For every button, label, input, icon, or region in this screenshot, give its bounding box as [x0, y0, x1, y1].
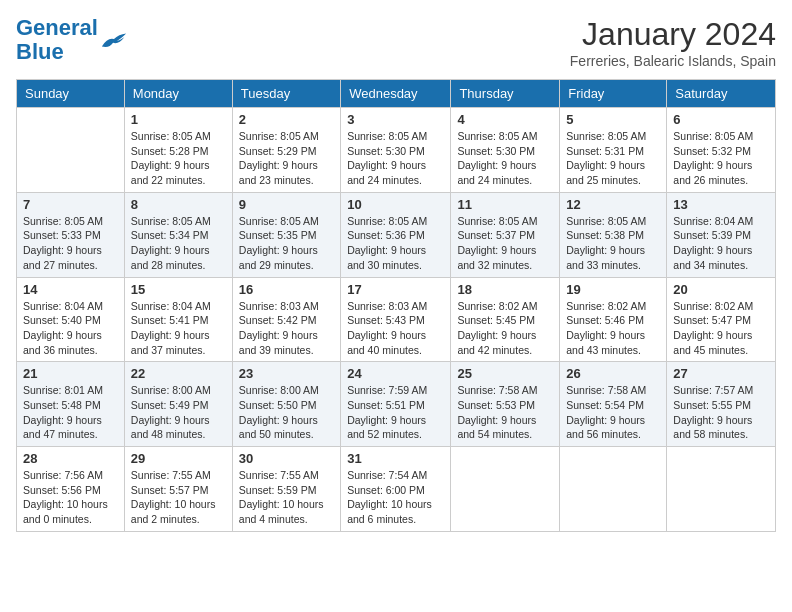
day-number: 19	[566, 282, 660, 297]
cell-info: Sunrise: 8:05 AMSunset: 5:28 PMDaylight:…	[131, 130, 211, 186]
day-number: 9	[239, 197, 334, 212]
cell-info: Sunrise: 8:05 AMSunset: 5:31 PMDaylight:…	[566, 130, 646, 186]
calendar-table: SundayMondayTuesdayWednesdayThursdayFrid…	[16, 79, 776, 532]
calendar-cell: 6 Sunrise: 8:05 AMSunset: 5:32 PMDayligh…	[667, 108, 776, 193]
header-wednesday: Wednesday	[341, 80, 451, 108]
calendar-cell: 4 Sunrise: 8:05 AMSunset: 5:30 PMDayligh…	[451, 108, 560, 193]
month-title: January 2024	[570, 16, 776, 53]
calendar-cell: 15 Sunrise: 8:04 AMSunset: 5:41 PMDaylig…	[124, 277, 232, 362]
calendar-cell	[667, 447, 776, 532]
day-number: 24	[347, 366, 444, 381]
cell-info: Sunrise: 8:00 AMSunset: 5:50 PMDaylight:…	[239, 384, 319, 440]
calendar-cell: 11 Sunrise: 8:05 AMSunset: 5:37 PMDaylig…	[451, 192, 560, 277]
page-header: General Blue January 2024 Ferreries, Bal…	[16, 16, 776, 69]
day-number: 3	[347, 112, 444, 127]
calendar-cell: 16 Sunrise: 8:03 AMSunset: 5:42 PMDaylig…	[232, 277, 340, 362]
cell-info: Sunrise: 8:02 AMSunset: 5:45 PMDaylight:…	[457, 300, 537, 356]
header-monday: Monday	[124, 80, 232, 108]
cell-info: Sunrise: 8:04 AMSunset: 5:41 PMDaylight:…	[131, 300, 211, 356]
location-text: Ferreries, Balearic Islands, Spain	[570, 53, 776, 69]
cell-info: Sunrise: 8:05 AMSunset: 5:37 PMDaylight:…	[457, 215, 537, 271]
header-row: SundayMondayTuesdayWednesdayThursdayFrid…	[17, 80, 776, 108]
calendar-cell: 3 Sunrise: 8:05 AMSunset: 5:30 PMDayligh…	[341, 108, 451, 193]
week-row-5: 28 Sunrise: 7:56 AMSunset: 5:56 PMDaylig…	[17, 447, 776, 532]
day-number: 18	[457, 282, 553, 297]
day-number: 21	[23, 366, 118, 381]
calendar-cell: 8 Sunrise: 8:05 AMSunset: 5:34 PMDayligh…	[124, 192, 232, 277]
cell-info: Sunrise: 8:05 AMSunset: 5:29 PMDaylight:…	[239, 130, 319, 186]
day-number: 15	[131, 282, 226, 297]
cell-info: Sunrise: 8:05 AMSunset: 5:32 PMDaylight:…	[673, 130, 753, 186]
week-row-3: 14 Sunrise: 8:04 AMSunset: 5:40 PMDaylig…	[17, 277, 776, 362]
calendar-cell: 14 Sunrise: 8:04 AMSunset: 5:40 PMDaylig…	[17, 277, 125, 362]
calendar-cell: 20 Sunrise: 8:02 AMSunset: 5:47 PMDaylig…	[667, 277, 776, 362]
week-row-2: 7 Sunrise: 8:05 AMSunset: 5:33 PMDayligh…	[17, 192, 776, 277]
day-number: 16	[239, 282, 334, 297]
cell-info: Sunrise: 8:01 AMSunset: 5:48 PMDaylight:…	[23, 384, 103, 440]
cell-info: Sunrise: 8:05 AMSunset: 5:30 PMDaylight:…	[347, 130, 427, 186]
calendar-cell: 1 Sunrise: 8:05 AMSunset: 5:28 PMDayligh…	[124, 108, 232, 193]
header-thursday: Thursday	[451, 80, 560, 108]
calendar-cell	[17, 108, 125, 193]
day-number: 12	[566, 197, 660, 212]
cell-info: Sunrise: 8:03 AMSunset: 5:43 PMDaylight:…	[347, 300, 427, 356]
cell-info: Sunrise: 8:05 AMSunset: 5:34 PMDaylight:…	[131, 215, 211, 271]
calendar-cell: 7 Sunrise: 8:05 AMSunset: 5:33 PMDayligh…	[17, 192, 125, 277]
calendar-cell: 12 Sunrise: 8:05 AMSunset: 5:38 PMDaylig…	[560, 192, 667, 277]
calendar-cell: 31 Sunrise: 7:54 AMSunset: 6:00 PMDaylig…	[341, 447, 451, 532]
cell-info: Sunrise: 8:04 AMSunset: 5:39 PMDaylight:…	[673, 215, 753, 271]
cell-info: Sunrise: 8:02 AMSunset: 5:46 PMDaylight:…	[566, 300, 646, 356]
cell-info: Sunrise: 7:55 AMSunset: 5:59 PMDaylight:…	[239, 469, 324, 525]
header-tuesday: Tuesday	[232, 80, 340, 108]
calendar-cell: 24 Sunrise: 7:59 AMSunset: 5:51 PMDaylig…	[341, 362, 451, 447]
day-number: 2	[239, 112, 334, 127]
cell-info: Sunrise: 8:05 AMSunset: 5:30 PMDaylight:…	[457, 130, 537, 186]
cell-info: Sunrise: 7:57 AMSunset: 5:55 PMDaylight:…	[673, 384, 753, 440]
cell-info: Sunrise: 8:05 AMSunset: 5:33 PMDaylight:…	[23, 215, 103, 271]
day-number: 11	[457, 197, 553, 212]
cell-info: Sunrise: 7:59 AMSunset: 5:51 PMDaylight:…	[347, 384, 427, 440]
cell-info: Sunrise: 8:05 AMSunset: 5:38 PMDaylight:…	[566, 215, 646, 271]
calendar-cell: 26 Sunrise: 7:58 AMSunset: 5:54 PMDaylig…	[560, 362, 667, 447]
cell-info: Sunrise: 7:56 AMSunset: 5:56 PMDaylight:…	[23, 469, 108, 525]
calendar-cell	[451, 447, 560, 532]
calendar-cell: 18 Sunrise: 8:02 AMSunset: 5:45 PMDaylig…	[451, 277, 560, 362]
day-number: 5	[566, 112, 660, 127]
calendar-cell: 29 Sunrise: 7:55 AMSunset: 5:57 PMDaylig…	[124, 447, 232, 532]
cell-info: Sunrise: 8:02 AMSunset: 5:47 PMDaylight:…	[673, 300, 753, 356]
calendar-cell	[560, 447, 667, 532]
cell-info: Sunrise: 8:05 AMSunset: 5:36 PMDaylight:…	[347, 215, 427, 271]
week-row-4: 21 Sunrise: 8:01 AMSunset: 5:48 PMDaylig…	[17, 362, 776, 447]
day-number: 14	[23, 282, 118, 297]
day-number: 28	[23, 451, 118, 466]
day-number: 13	[673, 197, 769, 212]
day-number: 23	[239, 366, 334, 381]
day-number: 29	[131, 451, 226, 466]
cell-info: Sunrise: 8:05 AMSunset: 5:35 PMDaylight:…	[239, 215, 319, 271]
cell-info: Sunrise: 8:04 AMSunset: 5:40 PMDaylight:…	[23, 300, 103, 356]
day-number: 6	[673, 112, 769, 127]
day-number: 26	[566, 366, 660, 381]
day-number: 31	[347, 451, 444, 466]
day-number: 4	[457, 112, 553, 127]
calendar-cell: 23 Sunrise: 8:00 AMSunset: 5:50 PMDaylig…	[232, 362, 340, 447]
calendar-cell: 9 Sunrise: 8:05 AMSunset: 5:35 PMDayligh…	[232, 192, 340, 277]
calendar-cell: 19 Sunrise: 8:02 AMSunset: 5:46 PMDaylig…	[560, 277, 667, 362]
calendar-cell: 13 Sunrise: 8:04 AMSunset: 5:39 PMDaylig…	[667, 192, 776, 277]
logo-bird-icon	[100, 29, 128, 51]
header-saturday: Saturday	[667, 80, 776, 108]
cell-info: Sunrise: 7:54 AMSunset: 6:00 PMDaylight:…	[347, 469, 432, 525]
day-number: 25	[457, 366, 553, 381]
day-number: 27	[673, 366, 769, 381]
logo: General Blue	[16, 16, 128, 64]
calendar-cell: 22 Sunrise: 8:00 AMSunset: 5:49 PMDaylig…	[124, 362, 232, 447]
header-friday: Friday	[560, 80, 667, 108]
header-sunday: Sunday	[17, 80, 125, 108]
day-number: 22	[131, 366, 226, 381]
calendar-cell: 10 Sunrise: 8:05 AMSunset: 5:36 PMDaylig…	[341, 192, 451, 277]
calendar-cell: 2 Sunrise: 8:05 AMSunset: 5:29 PMDayligh…	[232, 108, 340, 193]
title-block: January 2024 Ferreries, Balearic Islands…	[570, 16, 776, 69]
week-row-1: 1 Sunrise: 8:05 AMSunset: 5:28 PMDayligh…	[17, 108, 776, 193]
cell-info: Sunrise: 8:03 AMSunset: 5:42 PMDaylight:…	[239, 300, 319, 356]
day-number: 20	[673, 282, 769, 297]
